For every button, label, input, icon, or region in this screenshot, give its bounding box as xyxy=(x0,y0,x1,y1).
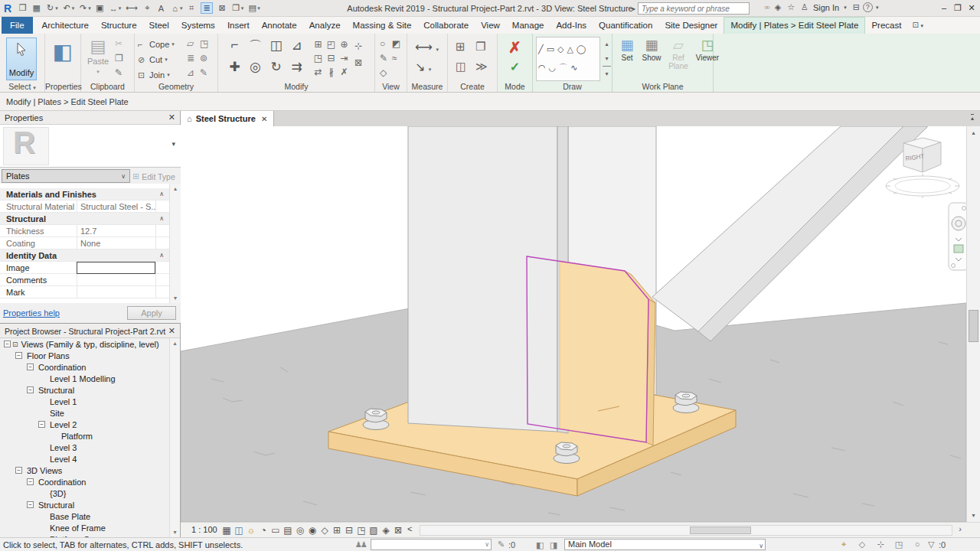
scale-button[interactable]: 1 : 100 xyxy=(191,525,217,534)
tree-item[interactable]: Level 3 xyxy=(0,442,181,453)
scroll-up-icon[interactable]: ▴ xyxy=(170,185,181,192)
tree-item[interactable]: − 3D Views xyxy=(0,465,181,476)
scrollbar-thumb[interactable] xyxy=(690,527,751,534)
close-view-tab-icon[interactable]: ✕ xyxy=(261,115,267,123)
sun-path-icon[interactable]: ☼ xyxy=(245,524,257,536)
collapse-view-bar-icon[interactable]: < xyxy=(407,524,412,533)
array-icon[interactable]: ⊞ xyxy=(312,39,325,53)
ribbon-tab[interactable]: Collaborate xyxy=(417,17,475,34)
scale-icon[interactable]: ◰ xyxy=(325,39,338,53)
close-project-browser-icon[interactable]: ✕ xyxy=(168,326,175,336)
trim-corner-icon[interactable]: ⊟ xyxy=(325,53,338,67)
tree-item[interactable]: Site xyxy=(0,407,181,419)
tree-expander-icon[interactable]: − xyxy=(15,467,23,474)
zoom-icon[interactable] xyxy=(954,245,963,253)
ribbon-tab[interactable]: Quantification xyxy=(593,17,658,34)
ribbon-tab[interactable]: Analyze xyxy=(303,17,347,34)
copy-to-clipboard-icon[interactable]: ❐ xyxy=(115,53,123,67)
draw-circumscribed-polygon-icon[interactable]: △ xyxy=(567,44,573,54)
active-workset-select[interactable]: ∨ xyxy=(371,539,492,550)
close-button[interactable]: ✕ xyxy=(965,3,978,13)
rotate-icon[interactable]: ↻ xyxy=(266,59,286,80)
draw-line-icon[interactable]: ╱ xyxy=(538,44,544,54)
measure-between-refs-icon[interactable]: ⟷ ▾ xyxy=(415,40,439,60)
revit-logo-icon[interactable]: R xyxy=(0,2,16,15)
view-tab-steel-structure[interactable]: ⌂ Steel Structure ✕ xyxy=(181,111,274,126)
tree-item[interactable]: − Level 2 xyxy=(0,419,181,430)
measure-along-element-icon[interactable]: ↘ ▾ xyxy=(415,60,439,80)
tree-item[interactable]: Knee of Frame xyxy=(0,522,181,533)
customize-qat-icon[interactable]: ▤▾ xyxy=(246,1,263,16)
match-type-icon[interactable]: ✎ xyxy=(115,67,123,82)
ribbon-tab[interactable]: Precast xyxy=(865,17,907,34)
create-similar-icon[interactable]: ❐ xyxy=(475,40,495,60)
search-icon[interactable]: ○○ xyxy=(761,4,772,11)
app-store-cart-icon[interactable]: ⊟ xyxy=(850,2,863,12)
draw-circle-icon[interactable]: ◯ xyxy=(577,44,586,54)
tree-item[interactable]: {3D} xyxy=(0,487,181,499)
browser-scrollbar[interactable]: ▴ ▾ xyxy=(169,338,180,537)
steering-wheel-icon[interactable] xyxy=(952,217,965,230)
offset-icon[interactable]: ⌒ xyxy=(245,37,266,59)
viewer-button[interactable]: ◳Viewer xyxy=(694,37,721,70)
ribbon-tab[interactable]: Modify | Plates > Edit Steel Plate xyxy=(724,17,865,34)
tree-expander-icon[interactable]: − xyxy=(38,421,46,428)
property-row[interactable]: Materials and Finishes ∧ xyxy=(0,188,169,201)
draw-fillet-arc-icon[interactable]: ∿ xyxy=(570,63,577,73)
unjoin-icon[interactable]: ≣ xyxy=(187,53,200,67)
open-file-icon[interactable]: ❒ xyxy=(16,1,30,16)
property-row[interactable]: Identity Data ∧ xyxy=(0,249,169,262)
extend-multiple-icon[interactable]: ⇄ xyxy=(312,67,325,80)
wall-joins-icon[interactable]: ▱ xyxy=(187,38,200,53)
help-search-input[interactable] xyxy=(638,2,750,15)
tree-item[interactable]: − Floor Plans xyxy=(0,350,181,361)
print-icon[interactable]: ▣ xyxy=(93,1,107,16)
ribbon-tab[interactable]: Annotate xyxy=(256,17,303,34)
mirror-pick-axis-icon[interactable]: ◫ xyxy=(266,37,286,59)
design-option-select[interactable]: Main Model ∨ xyxy=(564,539,766,550)
property-row[interactable]: Comments xyxy=(0,274,169,286)
split-face-icon[interactable]: ⊿ xyxy=(187,67,200,82)
ribbon-tab[interactable]: Insert xyxy=(221,17,256,34)
project-browser-header[interactable]: Project Browser - Structural Project-Par… xyxy=(0,324,180,338)
close-hidden-windows-icon[interactable]: ⊠ xyxy=(216,1,230,16)
draw-expand-icon[interactable]: ▾ xyxy=(603,66,611,81)
cut-to-clipboard-icon[interactable]: ✂ xyxy=(115,38,123,53)
properties-icon[interactable]: ◧ xyxy=(45,41,80,63)
tree-item[interactable]: − Coordination xyxy=(0,361,181,373)
design-option-icon[interactable]: ◧ xyxy=(536,540,544,550)
ribbon-tab[interactable]: Steel xyxy=(143,17,175,34)
type-selector[interactable]: Plates ∨ xyxy=(2,169,130,183)
create-parts-icon[interactable]: ≫ xyxy=(475,60,495,80)
depth-cueing-icon[interactable]: ≈ xyxy=(392,53,404,67)
detail-level-icon[interactable]: ▦ xyxy=(220,524,233,536)
draw-rectangle-icon[interactable]: ▭ xyxy=(547,44,554,54)
highlight-displacement-sets-icon[interactable]: ⊟ xyxy=(343,524,355,536)
paste-button[interactable]: ▤Paste ▾ xyxy=(86,37,110,81)
copy-icon[interactable]: ◎ xyxy=(245,59,266,80)
tree-item[interactable]: − Structural xyxy=(0,384,181,396)
show-analytical-model-icon[interactable]: ⊞ xyxy=(331,524,343,536)
render-dialog-icon[interactable]: ◈ xyxy=(380,524,392,536)
redo-icon[interactable]: ↷▾ xyxy=(77,1,93,16)
ribbon-tab[interactable]: View xyxy=(475,17,506,34)
properties-help-link[interactable]: Properties help xyxy=(3,308,60,318)
ribbon-tab[interactable]: Manage xyxy=(506,17,550,34)
favorites-icon[interactable]: ☆ xyxy=(784,2,798,12)
shadows-icon[interactable]: ◔ xyxy=(257,524,270,536)
selection-box-icon[interactable]: ◇ xyxy=(380,67,392,82)
split-with-gap-icon[interactable]: ◳ xyxy=(312,53,325,67)
demolish-icon[interactable]: ✎ xyxy=(200,67,213,82)
tree-expander-icon[interactable]: − xyxy=(26,478,34,485)
visual-style-icon[interactable]: ◫ xyxy=(233,524,245,536)
scroll-down-icon[interactable]: ▾ xyxy=(170,529,180,536)
preview-dropdown-icon[interactable]: ▾ xyxy=(172,140,175,148)
select-panel-label[interactable]: Select ▾ xyxy=(0,82,44,91)
properties-palette-header[interactable]: Properties ✕ xyxy=(0,111,180,125)
ribbon-tab[interactable]: Add-Ins xyxy=(550,17,593,34)
section-icon[interactable]: ⌗ xyxy=(185,1,198,16)
select-elements-by-face-icon[interactable]: ◳ xyxy=(890,540,908,549)
tree-expander-icon[interactable]: − xyxy=(3,341,11,347)
worksets-icon[interactable]: ♟♟ xyxy=(355,540,366,549)
draw-start-end-radius-arc-icon[interactable]: ◠ xyxy=(538,63,546,73)
